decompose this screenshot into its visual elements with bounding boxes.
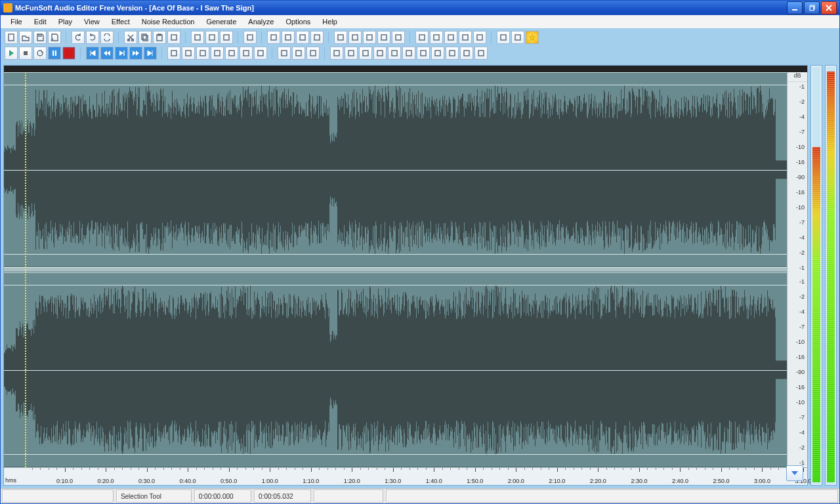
select-all-button[interactable] — [243, 31, 257, 44]
menu-analyze[interactable]: Analyze — [242, 16, 280, 27]
filter-button[interactable] — [446, 47, 459, 60]
menu-options[interactable]: Options — [280, 16, 316, 27]
menu-view[interactable]: View — [78, 16, 106, 27]
silence-button[interactable] — [254, 47, 267, 60]
next-marker-button[interactable] — [296, 31, 309, 44]
time-stretch-button[interactable] — [292, 47, 305, 60]
play-sel-button[interactable] — [115, 47, 128, 60]
record-button[interactable] — [62, 47, 75, 60]
mixer-button[interactable] — [459, 31, 472, 44]
select-all-icon — [246, 33, 254, 41]
svg-rect-21 — [419, 35, 425, 40]
trim-button[interactable] — [191, 31, 204, 44]
svg-rect-30 — [52, 51, 54, 56]
cut-button[interactable] — [124, 31, 137, 44]
mix-paste-button[interactable] — [167, 31, 180, 44]
toolbar-group-transport — [5, 47, 81, 60]
prev-marker-button[interactable] — [282, 31, 295, 44]
loop-button[interactable] — [33, 47, 47, 60]
record-settings-button[interactable] — [444, 31, 457, 44]
new-button[interactable] — [5, 31, 18, 44]
fade-in-button[interactable] — [182, 47, 195, 60]
zoom-vertical-button[interactable] — [392, 31, 405, 44]
presets-button[interactable] — [511, 31, 524, 44]
menu-effect[interactable]: Effect — [106, 16, 136, 27]
toolbar-row-1 — [5, 47, 835, 60]
zoom-full-button[interactable] — [377, 31, 390, 44]
normalize-button[interactable] — [211, 47, 224, 60]
compress-button[interactable] — [402, 47, 415, 60]
spectrum-button[interactable] — [473, 31, 486, 44]
redo-button[interactable] — [86, 31, 99, 44]
ffwd-button[interactable] — [129, 47, 142, 60]
open-button[interactable] — [19, 31, 32, 44]
filter-icon — [448, 49, 456, 57]
export-email-button[interactable] — [430, 31, 443, 44]
paste-button[interactable] — [153, 31, 166, 44]
pause-button[interactable] — [48, 47, 61, 60]
start-marker-button[interactable] — [267, 31, 280, 44]
envelope-button[interactable] — [225, 47, 238, 60]
echo-button[interactable] — [330, 47, 343, 60]
expand-button[interactable] — [417, 47, 430, 60]
svg-rect-47 — [392, 51, 397, 56]
waveform-area[interactable] — [4, 72, 787, 467]
rewind-button[interactable] — [100, 47, 114, 60]
track-header-strip[interactable] — [4, 66, 807, 72]
channel-convert-button[interactable] — [205, 31, 219, 44]
equalizer-button[interactable] — [431, 47, 444, 60]
zoom-out-button[interactable] — [348, 31, 362, 44]
menu-noise-reduction[interactable]: Noise Reduction — [136, 16, 201, 27]
play-cursor[interactable] — [25, 72, 26, 467]
expand-panel-button[interactable] — [786, 465, 803, 481]
menu-file[interactable]: File — [5, 16, 28, 27]
waveform-channel-left[interactable] — [4, 72, 787, 267]
vibrato-button[interactable] — [388, 47, 401, 60]
zoom-sel-button[interactable] — [363, 31, 376, 44]
end-marker-button[interactable] — [310, 31, 324, 44]
save-as-button[interactable] — [48, 31, 61, 44]
time-ruler[interactable]: hms 0:10.00:20.00:30.00:40.00:50.01:00.0… — [4, 467, 807, 485]
chorus-button[interactable] — [345, 47, 358, 60]
undo-button[interactable] — [72, 31, 85, 44]
menu-help[interactable]: Help — [316, 16, 343, 27]
channel-mix-button[interactable] — [240, 47, 253, 60]
db-tick: -1 — [789, 264, 806, 271]
amplify-icon — [170, 49, 178, 57]
waveform-channel-right[interactable] — [4, 272, 787, 467]
close-button[interactable] — [821, 1, 837, 14]
flanger-button[interactable] — [359, 47, 372, 60]
restore-button[interactable] — [804, 1, 820, 14]
svg-rect-42 — [310, 51, 316, 56]
cd-burn-button[interactable] — [415, 31, 429, 44]
reverb-button[interactable] — [474, 47, 488, 60]
db-tick: -10 — [789, 144, 806, 150]
time-unit-label: hms — [5, 477, 16, 484]
amplify-button[interactable] — [167, 47, 180, 60]
format-convert-button[interactable] — [220, 31, 233, 44]
menu-play[interactable]: Play — [52, 16, 78, 27]
go-end-button[interactable] — [144, 47, 157, 60]
go-start-button[interactable] — [86, 47, 99, 60]
minimize-button[interactable] — [787, 1, 803, 14]
wave-props-button[interactable] — [497, 31, 510, 44]
zoom-in-button[interactable] — [334, 31, 347, 44]
stop-button[interactable] — [19, 47, 32, 60]
copy-button[interactable] — [138, 31, 152, 44]
save-button[interactable] — [33, 31, 47, 44]
favorite-button[interactable] — [526, 31, 539, 44]
svg-rect-22 — [434, 35, 439, 40]
reverse-button[interactable] — [278, 47, 291, 60]
toolbar-group-seek — [86, 47, 162, 60]
play-button[interactable] — [5, 47, 18, 60]
svg-rect-41 — [296, 51, 301, 56]
menu-generate[interactable]: Generate — [200, 16, 242, 27]
phaser-button[interactable] — [373, 47, 387, 60]
pitch-button[interactable] — [306, 47, 320, 60]
notch-button[interactable] — [460, 47, 473, 60]
fade-out-button[interactable] — [196, 47, 209, 60]
repeat-button[interactable] — [100, 31, 114, 44]
app-icon — [3, 3, 12, 12]
menu-edit[interactable]: Edit — [28, 16, 52, 27]
notch-icon — [463, 49, 471, 57]
